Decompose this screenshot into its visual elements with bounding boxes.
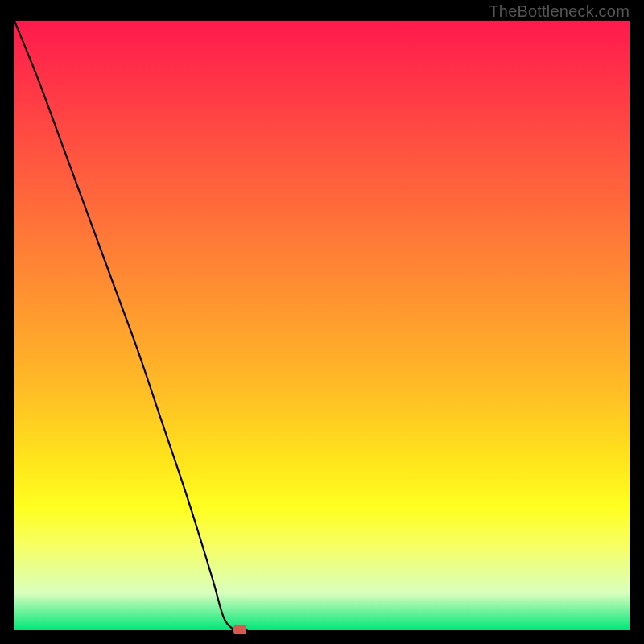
chart-curve-svg: [14, 21, 630, 630]
watermark-text: TheBottleneck.com: [489, 2, 630, 21]
minimum-marker: [233, 625, 246, 634]
curve-path: [14, 21, 247, 630]
